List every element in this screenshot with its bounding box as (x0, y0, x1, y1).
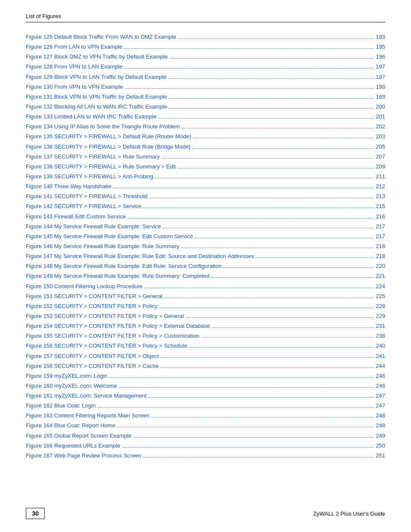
toc-link[interactable]: Figure 129 Block VPN to LAN Traffic by D… (26, 73, 166, 81)
toc-link[interactable]: Figure 151 SECURITY > CONTENT FILTER > G… (26, 292, 162, 301)
list-item: Figure 137 SECURITY > FIREWALL > Rule Su… (26, 152, 385, 161)
toc-dots (223, 268, 374, 268)
toc-link[interactable]: Figure 138 SECURITY > FIREWALL > Rule Su… (26, 162, 176, 171)
toc-link[interactable]: Figure 164 Blue Coat: Report Home (26, 421, 115, 430)
list-item: Figure 128 From VPN to LAN Example197 (26, 62, 385, 71)
toc-link[interactable]: Figure 130 From VPN to VPN Example (26, 83, 123, 91)
list-item: Figure 127 Block DMZ to VPN Traffic by D… (26, 53, 385, 61)
toc-dots (122, 447, 374, 448)
toc-dots (125, 88, 374, 89)
page-number: 30 (26, 508, 45, 519)
toc-page: 218 (376, 242, 385, 251)
list-item: Figure 153 SECURITY > CONTENT FILTER > P… (26, 312, 385, 320)
toc-link[interactable]: Figure 167 Web Page Review Process Scree… (26, 451, 141, 460)
list-item: Figure 152 SECURITY > CONTENT FILTER > P… (26, 302, 385, 311)
toc-link[interactable]: Figure 132 Blocking All LAN to WAN IRC T… (26, 103, 167, 111)
toc-page: 216 (376, 212, 385, 221)
toc-dots (192, 148, 374, 149)
toc-dots (182, 128, 374, 128)
toc-link[interactable]: Figure 166 Requested URLs Example (26, 442, 120, 450)
toc-page: 201 (376, 112, 385, 121)
list-item: Figure 146 My Service Firewall Rule Exam… (26, 242, 385, 251)
toc-link[interactable]: Figure 131 Block VPN to VPN Traffic by D… (26, 93, 167, 101)
toc-dots (155, 178, 374, 178)
toc-link[interactable]: Figure 161 myZyXEL.com: Service Manageme… (26, 392, 146, 400)
list-item: Figure 160 myZyXEL.com: Welcome246 (26, 382, 385, 390)
toc-link[interactable]: Figure 128 From VPN to LAN Example (26, 62, 122, 71)
toc-dots (177, 168, 374, 168)
toc-page: 241 (376, 352, 385, 361)
toc-link[interactable]: Figure 144 My Service Firewall Rule Exam… (26, 222, 161, 231)
toc-page: 228 (376, 302, 385, 311)
list-item: Figure 144 My Service Firewall Rule Exam… (26, 222, 385, 231)
toc-page: 224 (376, 282, 385, 291)
toc-link[interactable]: Figure 139 SECURITY > FIREWALL > Anti-Pr… (26, 172, 153, 181)
toc-page: 249 (376, 432, 385, 440)
toc-page: 250 (376, 442, 385, 450)
toc-dots (181, 248, 374, 248)
list-item: Figure 156 SECURITY > CONTENT FILTER > P… (26, 342, 385, 350)
toc-link[interactable]: Figure 150 Content Filtering Lookup Proc… (26, 282, 143, 291)
toc-link[interactable]: Figure 125 Default Block Traffic From WA… (26, 33, 176, 41)
toc-dots (164, 298, 374, 298)
toc-link[interactable]: Figure 163 Content Filtering Reports Mai… (26, 411, 149, 420)
toc-link[interactable]: Figure 154 SECURITY > CONTENT FILTER > P… (26, 322, 210, 330)
toc-link[interactable]: Figure 126 From LAN to VPN Example (26, 43, 122, 51)
list-item: Figure 161 myZyXEL.com: Service Manageme… (26, 392, 385, 400)
toc-link[interactable]: Figure 145 My Service Firewall Rule Exam… (26, 232, 193, 241)
toc-dots (160, 358, 374, 358)
toc-link[interactable]: Figure 146 My Service Firewall Rule Exam… (26, 242, 179, 251)
list-item: Figure 130 From VPN to VPN Example198 (26, 83, 385, 91)
list-item: Figure 162 Blue Coat: Login247 (26, 401, 385, 410)
toc-page: 203 (376, 132, 385, 141)
list-item: Figure 157 SECURITY > CONTENT FILTER > O… (26, 352, 385, 361)
toc-link[interactable]: Figure 153 SECURITY > CONTENT FILTER > P… (26, 312, 184, 320)
toc-dots (163, 228, 374, 228)
toc-link[interactable]: Figure 162 Blue Coat: Login (26, 401, 96, 410)
toc-link[interactable]: Figure 137 SECURITY > FIREWALL > Rule Su… (26, 152, 160, 161)
toc-link[interactable]: Figure 147 My Service Firewall Rule Exam… (26, 252, 254, 261)
toc-link[interactable]: Figure 152 SECURITY > CONTENT FILTER > P… (26, 302, 158, 311)
toc-link[interactable]: Figure 136 SECURITY > FIREWALL > Default… (26, 143, 190, 151)
toc-dots (189, 347, 374, 348)
toc-link[interactable]: Figure 135 SECURITY > FIREWALL > Default… (26, 132, 191, 141)
toc-page: 231 (376, 322, 385, 330)
toc-dots (144, 288, 374, 288)
toc-page: 217 (376, 232, 385, 241)
list-item: Figure 129 Block VPN to LAN Traffic by D… (26, 73, 385, 81)
toc-link[interactable]: Figure 140 Three-Way Handshake (26, 182, 112, 191)
toc-link[interactable]: Figure 157 SECURITY > CONTENT FILTER > O… (26, 352, 159, 361)
page-header: List of Figures (26, 13, 385, 22)
toc-page: 202 (376, 122, 385, 131)
toc-link[interactable]: Figure 134 Using IP Alias to Solve the T… (26, 122, 180, 131)
list-item: Figure 134 Using IP Alias to Solve the T… (26, 122, 385, 131)
toc-page: 213 (376, 192, 385, 201)
toc-link[interactable]: Figure 156 SECURITY > CONTENT FILTER > P… (26, 342, 187, 350)
list-item: Figure 147 My Service Firewall Rule Exam… (26, 252, 385, 261)
toc-link[interactable]: Figure 165 Global Report Screen Example (26, 432, 131, 440)
toc-link[interactable]: Figure 158 SECURITY > CONTENT FILTER > C… (26, 362, 159, 370)
toc-link[interactable]: Figure 160 myZyXEL.com: Welcome (26, 382, 117, 390)
toc-page: 195 (376, 43, 385, 51)
toc-link[interactable]: Figure 148 My Service Firewall Rule Exam… (26, 262, 221, 271)
toc-link[interactable]: Figure 127 Block DMZ to VPN Traffic by D… (26, 53, 168, 61)
toc-page: 238 (376, 332, 385, 340)
toc-page: 197 (376, 73, 385, 81)
list-item: Figure 141 SECURITY > FIREWALL > Thresho… (26, 192, 385, 201)
toc-dots (117, 427, 374, 427)
toc-link[interactable]: Figure 141 SECURITY > FIREWALL > Thresho… (26, 192, 148, 201)
toc-dots (149, 198, 374, 198)
toc-link[interactable]: Figure 142 SECURITY > FIREWALL > Service (26, 202, 141, 211)
toc-link[interactable]: Figure 133 Limited LAN to WAN IRC Traffi… (26, 112, 156, 121)
toc-link[interactable]: Figure 155 SECURITY > CONTENT FILTER > P… (26, 332, 199, 340)
list-item: Figure 166 Requested URLs Example250 (26, 442, 385, 450)
toc-page: 229 (376, 312, 385, 320)
toc-link[interactable]: Figure 149 My Service Firewall Rule Exam… (26, 272, 209, 280)
book-title: ZyWALL 2 Plus User's Guide (313, 510, 385, 517)
toc-page: 198 (376, 83, 385, 91)
list-item: Figure 133 Limited LAN to WAN IRC Traffi… (26, 112, 385, 121)
toc-link[interactable]: Figure 159 myZyXEL.com: Login (26, 372, 107, 380)
toc-link[interactable]: Figure 143 Firewall Edit Custom Service (26, 212, 126, 221)
header-title: List of Figures (26, 13, 61, 19)
toc-dots (128, 218, 374, 218)
